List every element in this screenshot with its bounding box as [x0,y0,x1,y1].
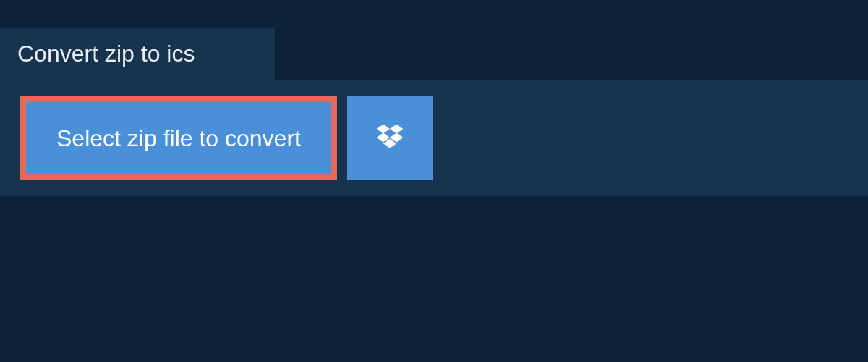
upload-section: Select zip file to convert [0,80,868,196]
dropbox-button[interactable] [347,96,433,180]
tab-title: Convert zip to ics [17,41,195,67]
select-file-button[interactable]: Select zip file to convert [20,96,337,180]
select-file-label: Select zip file to convert [56,125,301,152]
tab-header: Convert zip to ics [0,28,275,80]
dropbox-icon [374,122,406,156]
